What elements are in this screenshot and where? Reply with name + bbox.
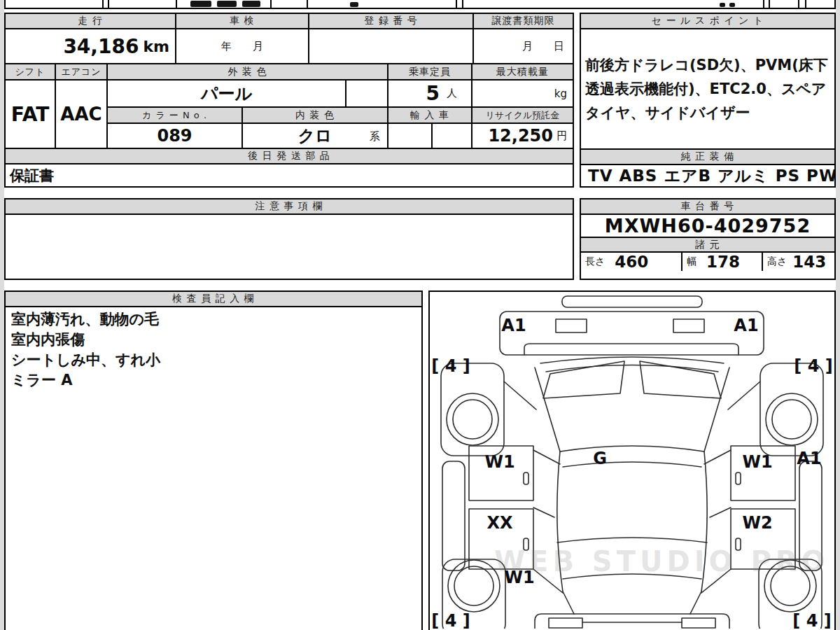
damage-marker-side-right: A1 <box>797 449 821 468</box>
shaken-header: 車 検 <box>176 14 309 29</box>
inspector-note-line: 室内内張傷 <box>11 330 416 350</box>
mileage-number: 34,186 <box>63 35 139 58</box>
damage-marker-corner-front-right: [ 4 ] <box>794 356 832 376</box>
car-damage-diagram: WEB STUDIO PRO A1 A1 [ 4 ] [ 4 ] G W1 W1… <box>428 290 836 630</box>
capacity-value-cell: 5 人 <box>388 80 472 108</box>
shaken-value: 年 月 <box>176 29 309 64</box>
cautions-panel: 注 意 事 項 欄 <box>4 198 574 280</box>
capacity-unit: 人 <box>447 87 457 100</box>
exterior-color-header: 外 装 色 <box>108 64 388 80</box>
watermark: WEB STUDIO PRO <box>494 545 830 578</box>
spec-height-label: 高さ <box>767 255 787 268</box>
spec-length-label: 長さ <box>585 255 605 268</box>
inspector-note-line: シートしみ中、すれ小 <box>11 350 416 370</box>
spec-height-value: 143 <box>792 253 826 271</box>
mileage-value: 34,186 km <box>6 29 176 64</box>
payload-value-cell: kg <box>472 80 573 108</box>
spec-width-value: 178 <box>706 253 740 271</box>
registration-value <box>309 29 474 64</box>
inspector-notes: 室内薄汚れ、動物の毛 室内内張傷 シートしみ中、すれ小 ミラー A <box>6 307 421 393</box>
cutoff-glyph-fragment <box>217 1 237 7</box>
sales-points-panel: セ ー ル ス ポ イ ン ト 前後方ドラレコ(SD欠)、PVM(床下透過表示機… <box>580 13 836 188</box>
spec-height-cell: 高さ 143 <box>763 253 834 271</box>
cutoff-glyph-fragment <box>242 1 260 7</box>
interior-color-value: クロ <box>298 125 332 147</box>
later-parts-value: 保証書 <box>6 164 573 186</box>
capacity-value: 5 <box>426 82 440 105</box>
cutoff-glyph-fragment <box>190 1 211 7</box>
recycle-value: 12,250 <box>488 126 553 146</box>
specs-header: 諸 元 <box>581 238 834 253</box>
damage-marker-bonnet: G <box>593 449 607 468</box>
recycle-header: リサイクル預託金 <box>472 108 573 124</box>
spec-width-cell: 幅 178 <box>682 253 763 271</box>
cutoff-top-row <box>0 0 840 11</box>
interior-color-header: 内 装 色 <box>243 108 388 124</box>
cutoff-glyph-fragment <box>720 3 725 7</box>
damage-marker-front-right: A1 <box>734 316 758 335</box>
import-cell-2 <box>433 124 472 149</box>
import-cell-1 <box>388 124 433 149</box>
damage-marker-wheel-rear-left: W1 <box>504 568 534 587</box>
later-parts-header: 後 日 発 送 部 品 <box>6 149 573 164</box>
recycle-unit: 円 <box>556 130 567 143</box>
damage-marker-door-rear-right: W2 <box>742 513 772 533</box>
color-no-header: カ ラ ー N o . <box>108 108 243 124</box>
damage-marker-door-rear-left: XX <box>486 513 512 533</box>
exterior-color-extra-cell <box>346 80 388 108</box>
shift-header: シフト <box>6 64 56 80</box>
spec-length-value: 460 <box>615 253 648 271</box>
equipment-header: 純 正 装 備 <box>581 150 834 165</box>
mileage-header: 走 行 <box>6 14 176 29</box>
interior-color-suffix: 系 <box>370 130 380 144</box>
color-no-value: 089 <box>108 124 243 149</box>
equipment-text: TV ABS エアB アルミ PS PW <box>581 165 834 187</box>
cutoff-glyph-fragment <box>729 3 735 7</box>
aircon-value: AAC <box>56 80 108 149</box>
damage-marker-door-front-left: W1 <box>484 452 514 472</box>
interior-color-value-cell: クロ 系 <box>243 124 388 149</box>
damage-marker-corner-front-left: [ 4 ] <box>431 356 470 376</box>
sales-points-header: セ ー ル ス ポ イ ン ト <box>581 14 834 29</box>
spec-width-label: 幅 <box>687 255 696 268</box>
transfer-deadline-header: 譲渡書類期限 <box>474 14 573 29</box>
damage-marker-corner-rear-left: [ 4 ] <box>431 611 470 630</box>
cutoff-glyph-fragment <box>350 2 358 7</box>
sales-points-text: 前後方ドラレコ(SD欠)、PVM(床下透過表示機能付)、ETC2.0、スペアタイ… <box>581 53 834 125</box>
chassis-specs-panel: 車 台 番 号 MXWH60-4029752 諸 元 長さ 460 幅 178 … <box>580 198 836 280</box>
recycle-value-cell: 12,250 円 <box>472 124 573 149</box>
inspector-note-line: 室内薄汚れ、動物の毛 <box>11 309 416 330</box>
capacity-header: 乗車定員 <box>388 64 472 80</box>
aircon-header: エアコン <box>56 64 108 80</box>
main-spec-table: 走 行 車 検 登 録 番 号 譲渡書類期限 34,186 km 年 月 月 日… <box>4 13 574 188</box>
chassis-header: 車 台 番 号 <box>581 200 834 215</box>
inspector-notes-panel: 検 査 員 記 入 欄 室内薄汚れ、動物の毛 室内内張傷 シートしみ中、すれ小 … <box>4 290 423 630</box>
shift-value: FAT <box>6 80 56 149</box>
chassis-value: MXWH60-4029752 <box>581 215 834 238</box>
payload-unit: kg <box>554 88 567 100</box>
mileage-unit: km <box>143 38 169 55</box>
inspector-note-line: ミラー A <box>11 370 416 391</box>
damage-marker-corner-rear-right: [ 4 ] <box>792 611 831 630</box>
inspector-header: 検 査 員 記 入 欄 <box>6 292 421 307</box>
transfer-deadline-value: 月 日 <box>474 29 573 64</box>
page-frame-right <box>836 0 840 630</box>
cautions-header: 注 意 事 項 欄 <box>6 200 573 215</box>
spec-length-cell: 長さ 460 <box>581 253 682 271</box>
payload-header: 最大積載量 <box>472 64 573 80</box>
exterior-color-value: パール <box>108 80 346 108</box>
import-header: 輸 入 車 <box>388 108 472 124</box>
registration-header: 登 録 番 号 <box>309 14 474 29</box>
damage-marker-front-left: A1 <box>501 316 526 335</box>
damage-marker-door-front-right: W1 <box>742 452 772 472</box>
